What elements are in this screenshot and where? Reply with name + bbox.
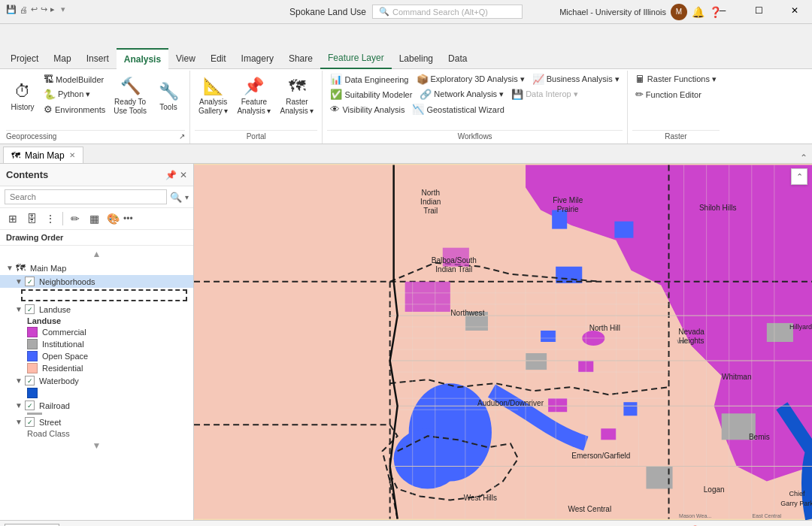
ribbon-group-raster: 🖩 Raster Functions ▾ ✏ Function Editor R… xyxy=(628,71,724,144)
menu-share[interactable]: Share xyxy=(281,48,320,69)
db-view-btn[interactable]: 🗄 xyxy=(23,210,40,227)
landuse-checkbox[interactable]: ✓ xyxy=(25,304,35,314)
environments-label: Environments xyxy=(55,105,105,114)
ribbon-btn-data-interop[interactable]: 💾 Data Interop ▾ xyxy=(508,87,581,101)
user-avatar[interactable]: M xyxy=(671,4,687,20)
ribbon-btn-function-editor[interactable]: ✏ Function Editor xyxy=(632,87,704,101)
menu-insert[interactable]: Insert xyxy=(79,48,117,69)
svg-rect-6 xyxy=(548,398,567,412)
qat-undo[interactable]: ↩ xyxy=(31,5,38,14)
filter-btn[interactable]: ⋮ xyxy=(42,210,59,227)
ribbon-btn-history[interactable]: ⏱ History xyxy=(6,72,39,120)
layer-landuse[interactable]: ▼ ✓ Landuse xyxy=(0,303,193,316)
menu-data[interactable]: Data xyxy=(441,48,474,69)
svg-text:Prairie: Prairie xyxy=(557,205,579,213)
geoprocessing-group-label: Geoprocessing ↗ xyxy=(6,130,185,142)
close-button[interactable]: ✕ xyxy=(777,0,812,21)
layer-main-map[interactable]: ▼ 🗺 Main Map xyxy=(0,261,193,275)
menu-map[interactable]: Map xyxy=(46,48,78,69)
network-icon: 🔗 xyxy=(420,89,432,100)
legend-institutional: Institutional xyxy=(0,338,193,350)
residential-swatch xyxy=(27,363,38,373)
map-area[interactable]: North Indian Trail Five Mile Prairie Shi… xyxy=(194,164,812,520)
main-map-label: Main Map xyxy=(30,264,66,273)
maximize-button[interactable]: ☐ xyxy=(741,0,776,21)
scroll-up-btn[interactable]: ▲ xyxy=(0,247,193,261)
ribbon-btn-network-analysis[interactable]: 🔗 Network Analysis ▾ xyxy=(417,87,507,101)
ribbon-btn-python[interactable]: 🐍 Python ▾ xyxy=(41,87,108,101)
ribbon-btn-analysis-gallery[interactable]: 📐 AnalysisGallery ▾ xyxy=(195,72,232,120)
svg-text:Garry Park: Garry Park xyxy=(780,500,812,507)
menu-feature-layer[interactable]: Feature Layer xyxy=(320,48,392,69)
svg-text:Hillyard: Hillyard xyxy=(789,323,812,331)
layer-waterbody[interactable]: ▼ ✓ Waterbody xyxy=(0,374,193,387)
layer-railroad[interactable]: ▼ ✓ Railroad xyxy=(0,399,193,412)
neighborhoods-checkbox[interactable]: ✓ xyxy=(25,277,35,286)
menu-view[interactable]: View xyxy=(168,48,203,69)
map-tab-close[interactable]: ✕ xyxy=(69,151,75,159)
svg-rect-14 xyxy=(623,402,637,416)
ribbon-btn-geostatistical[interactable]: 📉 Geostatistical Wizard xyxy=(409,102,507,116)
railroad-checkbox[interactable]: ✓ xyxy=(25,401,35,410)
layer-street[interactable]: ▼ ✓ Street xyxy=(0,416,193,428)
search-icon[interactable]: 🔍 xyxy=(170,192,182,203)
ribbon-btn-business-analysis[interactable]: 📈 Business Analysis ▾ xyxy=(529,72,623,86)
svg-rect-13 xyxy=(541,331,556,342)
svg-text:Shiloh Hills: Shiloh Hills xyxy=(699,204,737,212)
qat-save[interactable]: 💾 xyxy=(6,5,17,14)
ribbon-btn-raster-functions[interactable]: 🖩 Raster Functions ▾ xyxy=(632,72,720,86)
qat-redo[interactable]: ↪ xyxy=(41,5,47,14)
qat-run[interactable]: ▸ xyxy=(50,5,55,14)
qat-expand[interactable]: ▾ xyxy=(61,5,65,14)
menu-project[interactable]: Project xyxy=(3,48,46,69)
ribbon-btn-modelbuilder[interactable]: 🏗 ModelBuilder xyxy=(41,72,108,86)
ribbon-btn-data-engineering[interactable]: 📊 Data Engineering xyxy=(327,72,411,86)
command-search[interactable]: 🔍 Command Search (Alt+Q) xyxy=(372,5,523,19)
notification-icon[interactable]: 🔔 xyxy=(692,6,704,18)
waterbody-swatch xyxy=(27,388,38,398)
table-btn[interactable]: ▦ xyxy=(86,210,102,227)
symbol-btn[interactable]: 🎨 xyxy=(105,210,121,227)
map-collapse-btn[interactable]: ⌃ xyxy=(791,168,807,185)
scale-selector[interactable]: 1:65,974 xyxy=(5,524,59,527)
svg-text:West Central: West Central xyxy=(568,505,611,513)
data-eng-label: Data Engineering xyxy=(344,75,408,84)
panel-collapse-btn[interactable]: ⌃ xyxy=(795,153,812,163)
ribbon-btn-visibility[interactable]: 👁 Visibility Analysis xyxy=(327,102,408,116)
map-tab-main[interactable]: 🗺 Main Map ✕ xyxy=(3,147,83,163)
svg-text:Logan: Logan xyxy=(704,485,725,494)
search-dropdown-icon[interactable]: ▾ xyxy=(185,193,189,201)
search-input[interactable] xyxy=(5,189,167,204)
menu-labeling[interactable]: Labeling xyxy=(392,48,441,69)
ribbon-btn-exploratory-3d[interactable]: 📦 Exploratory 3D Analysis ▾ xyxy=(414,72,528,86)
geoprocessing-collapse[interactable]: ↗ xyxy=(179,132,185,141)
draw-btn[interactable]: ✏ xyxy=(67,210,83,227)
minimize-button[interactable]: ─ xyxy=(705,0,740,21)
street-checkbox[interactable]: ✓ xyxy=(25,417,35,427)
svg-text:Watt: Watt xyxy=(677,339,688,344)
menu-bar: Project Map Insert Analysis View Edit Im… xyxy=(0,48,812,69)
visibility-label: Visibility Analysis xyxy=(342,105,404,114)
qat-print[interactable]: 🖨 xyxy=(20,5,28,14)
scroll-down-btn[interactable]: ▼ xyxy=(0,439,193,452)
contents-toolbar: ⊞ 🗄 ⋮ ✏ ▦ 🎨 ••• xyxy=(0,208,193,230)
ribbon-btn-ready-to-use-tools[interactable]: 🔨 Ready ToUse Tools xyxy=(110,72,150,120)
menu-analysis[interactable]: Analysis xyxy=(117,48,168,69)
ribbon-btn-feature-analysis[interactable]: 📌 FeatureAnalysis ▾ xyxy=(233,72,274,120)
contents-panel: Contents 📌 ✕ 🔍 ▾ ⊞ 🗄 ⋮ ✏ ▦ 🎨 ••• Drawing xyxy=(0,164,194,520)
expand-arrow-landuse: ▼ xyxy=(15,305,23,313)
layer-neighborhoods[interactable]: ▼ ✓ Neighborhoods xyxy=(0,275,193,288)
list-view-btn[interactable]: ⊞ xyxy=(5,210,21,227)
menu-imagery[interactable]: Imagery xyxy=(234,48,281,69)
pin-icon[interactable]: 📌 xyxy=(165,170,177,180)
waterbody-checkbox[interactable]: ✓ xyxy=(25,376,35,385)
title-bar: 💾 🖨 ↩ ↪ ▸ ▾ Spokane Land Use 🔍 Command S… xyxy=(0,0,812,24)
ribbon-btn-environments[interactable]: ⚙ Environments xyxy=(41,102,108,116)
ribbon-btn-tools[interactable]: 🔧 Tools xyxy=(152,72,185,120)
menu-edit[interactable]: Edit xyxy=(203,48,234,69)
ribbon-btn-suitability[interactable]: ✅ Suitability Modeler xyxy=(327,87,415,101)
ribbon-btn-raster-analysis[interactable]: 🗺 RasterAnalysis ▾ xyxy=(276,72,317,120)
more-btn[interactable]: ••• xyxy=(123,213,133,224)
map-tab-bar: 🗺 Main Map ✕ ⌃ xyxy=(0,144,812,164)
close-panel-icon[interactable]: ✕ xyxy=(180,170,187,180)
